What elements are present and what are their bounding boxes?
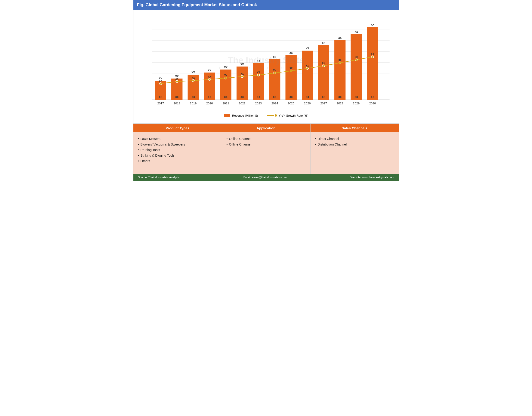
- chart-area: The Industry Stats m a r k e t r e s e a…: [133, 10, 399, 123]
- dot-2029: [355, 59, 357, 61]
- svg-text:XX: XX: [306, 65, 309, 67]
- footer: Source: Theindustrystats Analysis Email:…: [133, 174, 399, 181]
- xlabel-2021: 2021: [222, 102, 229, 105]
- legend-growth: Y-oY Growth Rate (%): [267, 114, 308, 117]
- xlabel-2022: 2022: [239, 102, 245, 105]
- xlabel-2030: 2030: [369, 102, 376, 105]
- bar-2022: [236, 66, 248, 100]
- legend-line-icon: [267, 115, 274, 116]
- svg-text:XX: XX: [289, 67, 293, 69]
- bar-2024: [269, 59, 280, 100]
- svg-text:XX: XX: [208, 96, 211, 98]
- svg-text:XX: XX: [355, 56, 358, 58]
- dot-2018: [176, 80, 178, 83]
- list-item: Distribution Channel: [315, 142, 394, 147]
- chart-title: Fig. Global Gardening Equipment Market S…: [137, 2, 257, 7]
- dot-2026: [306, 67, 308, 69]
- xlabel-2019: 2019: [190, 102, 197, 105]
- section-product-types-header: Product Types: [133, 124, 222, 132]
- chart-legend: Revenue (Million $) Y-oY Growth Rate (%): [138, 111, 394, 121]
- dot-2028: [339, 62, 341, 64]
- svg-text:XX: XX: [273, 56, 276, 58]
- svg-text:XX: XX: [305, 47, 309, 50]
- svg-text:XX: XX: [338, 96, 342, 98]
- svg-text:XX: XX: [240, 73, 244, 75]
- chart-header: Fig. Global Gardening Equipment Market S…: [133, 0, 399, 10]
- svg-text:XX: XX: [322, 62, 325, 65]
- svg-text:XX: XX: [240, 96, 244, 98]
- bar-2029: [351, 34, 362, 100]
- xlabel-2027: 2027: [320, 102, 327, 105]
- svg-text:XX: XX: [273, 69, 276, 72]
- bar-2026: [302, 51, 313, 100]
- svg-text:XX: XX: [224, 96, 227, 98]
- svg-text:XX: XX: [273, 96, 276, 98]
- svg-text:XX: XX: [322, 42, 325, 44]
- bar-2025: [285, 55, 296, 100]
- dot-2019: [192, 79, 194, 82]
- svg-text:XX: XX: [192, 77, 195, 79]
- svg-text:XX: XX: [338, 59, 342, 61]
- section-application-body: Online Channel Offline Channel: [222, 132, 310, 174]
- legend-revenue-label: Revenue (Million $): [232, 114, 258, 117]
- svg-text:XX: XX: [224, 66, 227, 69]
- svg-text:XX: XX: [371, 53, 374, 56]
- xlabel-2023: 2023: [255, 102, 262, 105]
- svg-text:XX: XX: [175, 78, 178, 80]
- xlabel-2024: 2024: [271, 102, 278, 105]
- svg-text:XX: XX: [159, 96, 162, 98]
- svg-text:XX: XX: [355, 96, 358, 98]
- section-sales-channels-body: Direct Channel Distribution Channel: [311, 132, 399, 174]
- dot-2020: [208, 78, 211, 81]
- list-item: Offline Channel: [227, 142, 306, 147]
- legend-revenue: Revenue (Million $): [224, 114, 258, 117]
- xlabel-2020: 2020: [206, 102, 213, 105]
- xlabel-2028: 2028: [336, 102, 343, 105]
- list-item: Blowers' Vacuums & Sweepers: [138, 142, 217, 147]
- bar-2030: [367, 27, 378, 100]
- bottom-sections: Product Types Lawn Mowers Blowers' Vacuu…: [133, 123, 399, 174]
- svg-text:XX: XX: [322, 96, 325, 98]
- svg-text:XX: XX: [305, 96, 309, 98]
- dot-2030: [371, 56, 374, 58]
- svg-text:XX: XX: [355, 30, 358, 33]
- dot-2025: [290, 70, 292, 72]
- list-item: Lawn Mowers: [138, 136, 217, 142]
- svg-text:XX: XX: [191, 96, 195, 98]
- product-types-list: Lawn Mowers Blowers' Vacuums & Sweepers …: [138, 136, 217, 164]
- legend-revenue-icon: [224, 114, 230, 117]
- dot-2022: [241, 75, 243, 78]
- dot-2027: [322, 65, 325, 67]
- section-sales-channels-header: Sales Channels: [311, 124, 399, 132]
- footer-email: Email: sales@theindustrystats.com: [244, 176, 287, 179]
- footer-website: Website: www.theindustrystats.com: [351, 176, 394, 179]
- xlabel-2026: 2026: [304, 102, 311, 105]
- bar-2023: [253, 63, 264, 100]
- svg-text:XX: XX: [208, 69, 211, 72]
- application-list: Online Channel Offline Channel: [227, 136, 306, 147]
- footer-source: Source: Theindustrystats Analysis: [138, 176, 180, 179]
- xlabel-2029: 2029: [353, 102, 360, 105]
- list-item: Striking & Digging Tools: [138, 153, 217, 158]
- section-application-header: Application: [222, 124, 310, 132]
- svg-text:XX: XX: [289, 96, 293, 98]
- xlabel-2018: 2018: [173, 102, 180, 105]
- legend-dot-icon: [275, 114, 277, 117]
- chart-wrapper: The Industry Stats m a r k e t r e s e a…: [138, 14, 394, 111]
- svg-text:XX: XX: [257, 71, 260, 74]
- svg-text:XX: XX: [175, 75, 178, 78]
- section-sales-channels: Sales Channels Direct Channel Distributi…: [311, 124, 399, 174]
- bar-2027: [318, 45, 329, 100]
- svg-text:XX: XX: [240, 63, 244, 66]
- list-item: Others: [138, 158, 217, 164]
- svg-text:XX: XX: [159, 77, 162, 80]
- svg-text:XX: XX: [191, 71, 195, 74]
- section-product-types: Product Types Lawn Mowers Blowers' Vacuu…: [133, 124, 222, 174]
- chart-svg: XX XX XX XX XX XX XX XX XX XX: [138, 14, 394, 111]
- svg-text:XX: XX: [208, 76, 211, 78]
- bar-2028: [334, 40, 345, 100]
- xlabel-2025: 2025: [288, 102, 294, 105]
- section-application: Application Online Channel Offline Chann…: [222, 124, 311, 174]
- dot-2017: [159, 83, 162, 85]
- section-product-types-body: Lawn Mowers Blowers' Vacuums & Sweepers …: [133, 132, 222, 174]
